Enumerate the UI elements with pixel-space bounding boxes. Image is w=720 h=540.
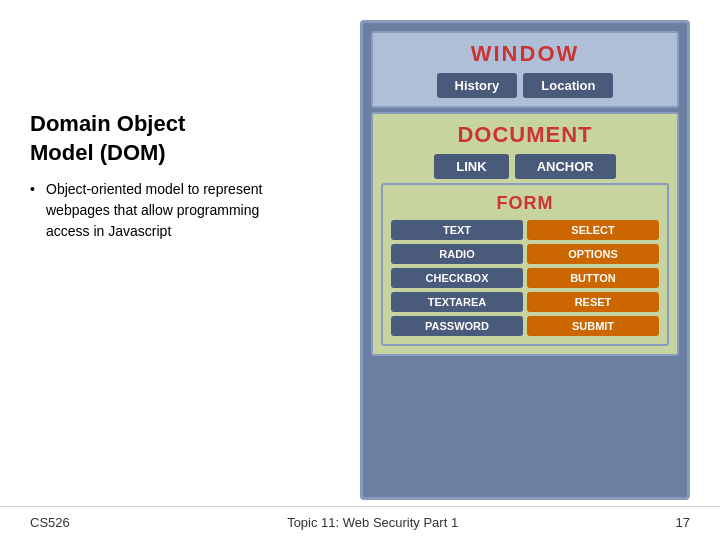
password-button[interactable]: PASSWORD bbox=[391, 316, 523, 336]
doc-buttons: LINK ANCHOR bbox=[381, 154, 669, 179]
history-button[interactable]: History bbox=[437, 73, 518, 98]
footer-page: 17 bbox=[676, 515, 690, 530]
location-button[interactable]: Location bbox=[523, 73, 613, 98]
checkbox-button[interactable]: CHECKBOX bbox=[391, 268, 523, 288]
footer-course: CS526 bbox=[30, 515, 70, 530]
form-title: FORM bbox=[391, 193, 659, 214]
text-button[interactable]: TEXT bbox=[391, 220, 523, 240]
submit-button[interactable]: SUBMIT bbox=[527, 316, 659, 336]
document-title: DOCUMENT bbox=[381, 122, 669, 148]
window-title: WINDOW bbox=[381, 41, 669, 67]
reset-button[interactable]: RESET bbox=[527, 292, 659, 312]
bullet-point: Object-oriented model to represent webpa… bbox=[30, 179, 280, 242]
form-box: FORM TEXT SELECT RADIO OPTIONS CHECKBOX … bbox=[381, 183, 669, 346]
left-content: Domain Object Model (DOM) Object-oriente… bbox=[30, 110, 280, 242]
window-box: WINDOW History Location bbox=[371, 31, 679, 108]
footer-topic: Topic 11: Web Security Part 1 bbox=[287, 515, 458, 530]
document-box: DOCUMENT LINK ANCHOR FORM TEXT SELECT RA… bbox=[371, 112, 679, 356]
link-button[interactable]: LINK bbox=[434, 154, 508, 179]
radio-button[interactable]: RADIO bbox=[391, 244, 523, 264]
slide-title: Domain Object Model (DOM) bbox=[30, 110, 280, 167]
anchor-button[interactable]: ANCHOR bbox=[515, 154, 616, 179]
options-button[interactable]: OPTIONS bbox=[527, 244, 659, 264]
window-buttons: History Location bbox=[381, 73, 669, 98]
button-button[interactable]: BUTTON bbox=[527, 268, 659, 288]
form-grid: TEXT SELECT RADIO OPTIONS CHECKBOX BUTTO… bbox=[391, 220, 659, 336]
footer: CS526 Topic 11: Web Security Part 1 17 bbox=[0, 506, 720, 530]
dom-diagram: WINDOW History Location DOCUMENT LINK AN… bbox=[360, 20, 690, 500]
textarea-button[interactable]: TEXTAREA bbox=[391, 292, 523, 312]
select-button[interactable]: SELECT bbox=[527, 220, 659, 240]
